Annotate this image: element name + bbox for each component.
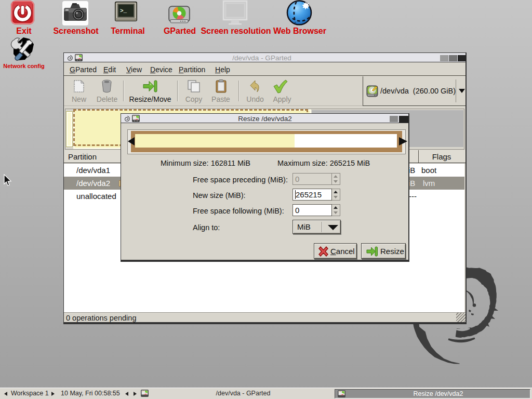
svg-text:>_: >_ [120, 8, 127, 14]
